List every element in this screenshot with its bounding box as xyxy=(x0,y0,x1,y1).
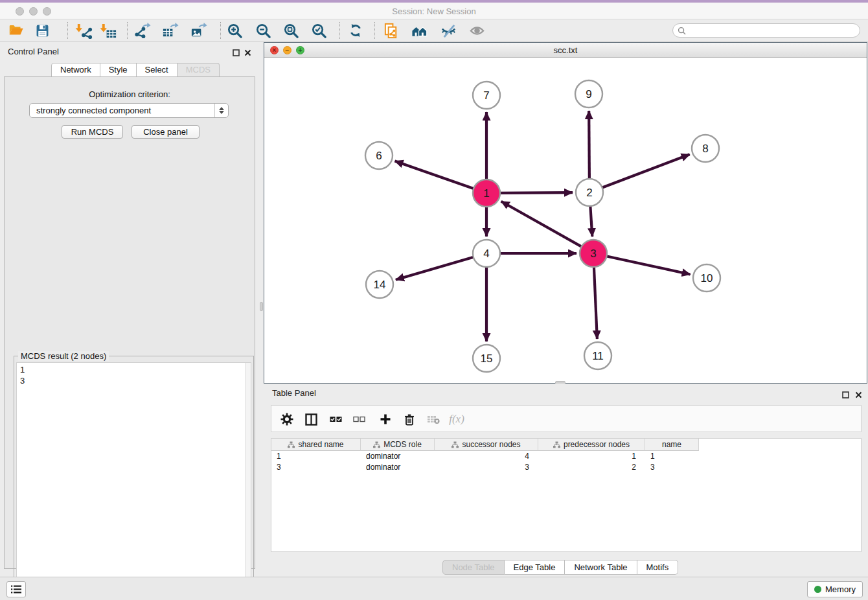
cell-name[interactable]: 1 xyxy=(645,451,699,462)
node-table[interactable]: shared nameMCDS rolesuccessor nodesprede… xyxy=(271,438,862,552)
node-label-8: 8 xyxy=(702,143,708,155)
node-9[interactable]: 9 xyxy=(575,80,602,108)
sitemap-sort-icon xyxy=(451,441,459,448)
clone-network-button[interactable] xyxy=(380,21,402,40)
show-all-button[interactable] xyxy=(466,21,488,40)
cell-mcds-role[interactable]: dominator xyxy=(361,451,435,462)
tab-style[interactable]: Style xyxy=(100,63,137,77)
table-tab-network-table[interactable]: Network Table xyxy=(565,560,637,575)
cell-successor-nodes[interactable]: 3 xyxy=(435,462,538,473)
cell-predecessor-nodes[interactable]: 2 xyxy=(538,462,645,473)
export-image-button[interactable] xyxy=(187,21,209,40)
first-neighbors-button[interactable] xyxy=(409,21,431,40)
deselect-all-button[interactable] xyxy=(350,411,368,428)
select-all-button[interactable] xyxy=(326,411,345,428)
result-scrollbar[interactable] xyxy=(245,363,251,597)
edge-1-2[interactable] xyxy=(499,192,573,193)
column-header-name[interactable]: name xyxy=(645,439,699,451)
edge-2-3[interactable] xyxy=(590,205,592,237)
table-settings-button[interactable] xyxy=(278,411,296,428)
run-mcds-button[interactable]: Run MCDS xyxy=(62,125,123,139)
zoom-selected-button[interactable] xyxy=(308,21,330,40)
open-session-button[interactable] xyxy=(5,21,27,40)
fit-content-button[interactable] xyxy=(280,21,302,40)
node-7[interactable]: 7 xyxy=(473,82,500,109)
task-history-button[interactable] xyxy=(6,581,26,597)
network-view-title: scc.txt xyxy=(264,45,867,55)
edge-4-14[interactable] xyxy=(396,257,475,279)
delete-table-button[interactable] xyxy=(424,411,442,428)
tab-network[interactable]: Network xyxy=(51,63,100,77)
tab-mcds[interactable]: MCDS xyxy=(177,63,220,77)
node-6[interactable]: 6 xyxy=(365,142,393,169)
show-column-button[interactable] xyxy=(302,411,320,428)
export-table-icon xyxy=(161,22,179,40)
node-14[interactable]: 14 xyxy=(366,271,393,298)
close-panel-button[interactable] xyxy=(244,47,253,56)
cell-mcds-role[interactable]: dominator xyxy=(361,462,435,473)
save-session-button[interactable] xyxy=(31,21,53,40)
node-label-2: 2 xyxy=(586,187,592,199)
refresh-button[interactable] xyxy=(345,21,367,40)
function-builder-button[interactable]: f(x) xyxy=(448,411,466,428)
main-toolbar xyxy=(0,19,868,41)
node-15[interactable]: 15 xyxy=(473,345,500,372)
export-network-button[interactable] xyxy=(131,21,153,40)
table-row-1[interactable]: 1dominator411 xyxy=(271,451,699,462)
cell-shared-name[interactable]: 1 xyxy=(271,451,361,462)
edge-3-1[interactable] xyxy=(501,202,583,248)
hide-selected-button[interactable] xyxy=(437,21,459,40)
node-1[interactable]: 1 xyxy=(473,179,500,207)
list-icon xyxy=(11,585,21,594)
float-table-panel-button[interactable] xyxy=(842,389,851,398)
network-graph[interactable]: 7968124314101511 xyxy=(264,58,867,383)
add-column-button[interactable] xyxy=(376,411,394,428)
node-label-3: 3 xyxy=(590,248,596,260)
table-tab-motifs[interactable]: Motifs xyxy=(637,560,679,575)
tab-select[interactable]: Select xyxy=(137,63,177,77)
mcds-result-text: 1 3 xyxy=(20,364,25,386)
column-header-mcds-role[interactable]: MCDS role xyxy=(361,439,435,451)
table-tab-node-table[interactable]: Node Table xyxy=(442,560,505,575)
zoom-selected-icon xyxy=(310,22,328,40)
close-table-panel-button[interactable] xyxy=(855,389,863,398)
table-tab-edge-table[interactable]: Edge Table xyxy=(505,560,565,575)
edge-2-8[interactable] xyxy=(601,154,690,188)
optimization-dropdown[interactable]: strongly connected component xyxy=(29,103,229,118)
edge-3-10[interactable] xyxy=(606,256,691,274)
search-input[interactable] xyxy=(689,25,860,36)
zoom-in-button[interactable] xyxy=(223,21,246,40)
node-11[interactable]: 11 xyxy=(584,342,611,369)
edge-3-11[interactable] xyxy=(594,266,597,339)
import-table-button[interactable] xyxy=(97,21,119,40)
float-panel-button[interactable] xyxy=(233,47,241,56)
cell-successor-nodes[interactable]: 4 xyxy=(435,451,538,462)
mcds-result-area[interactable]: 1 3 xyxy=(16,362,251,597)
panel-splitter[interactable] xyxy=(259,41,264,577)
close-panel-button-mcds[interactable]: Close panel xyxy=(131,125,200,139)
control-panel-tabs: NetworkStyleSelectMCDS xyxy=(51,63,220,77)
column-header-predecessor-nodes[interactable]: predecessor nodes xyxy=(538,439,645,451)
delete-column-button[interactable] xyxy=(400,411,418,428)
network-canvas[interactable]: 7968124314101511 xyxy=(264,58,867,383)
node-2[interactable]: 2 xyxy=(576,179,603,206)
zoom-out-button[interactable] xyxy=(252,21,274,40)
memory-button[interactable]: Memory xyxy=(807,581,863,597)
import-network-button[interactable] xyxy=(73,21,95,40)
eye-icon xyxy=(468,22,486,40)
splitter-grip[interactable] xyxy=(260,302,263,311)
column-header-successor-nodes[interactable]: successor nodes xyxy=(435,439,538,451)
column-header-shared-name[interactable]: shared name xyxy=(271,439,361,451)
edge-1-6[interactable] xyxy=(395,161,475,189)
cell-name[interactable]: 3 xyxy=(645,462,699,473)
table-row-2[interactable]: 3dominator323 xyxy=(271,462,699,473)
edge-2-9[interactable] xyxy=(589,111,589,180)
node-3[interactable]: 3 xyxy=(580,240,607,267)
cell-predecessor-nodes[interactable]: 1 xyxy=(538,451,645,462)
cell-shared-name[interactable]: 3 xyxy=(271,462,361,473)
export-table-button[interactable] xyxy=(159,21,181,40)
node-4[interactable]: 4 xyxy=(473,240,500,267)
control-panel: Control Panel NetworkStyleSelectMCDS Opt… xyxy=(0,41,259,577)
node-8[interactable]: 8 xyxy=(692,135,719,162)
node-10[interactable]: 10 xyxy=(693,264,720,292)
